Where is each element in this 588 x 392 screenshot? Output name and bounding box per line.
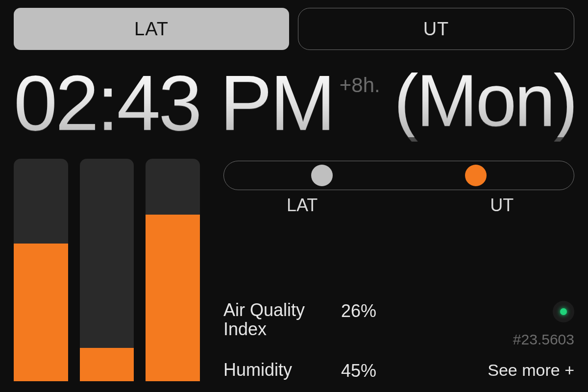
- clock-time: 02:43 PM: [14, 64, 334, 142]
- bar-2-fill: [80, 348, 134, 381]
- reference-code: #23.5603: [513, 331, 574, 348]
- lower-panel: LAT UT Air Quality Index 26% #23.5603: [14, 159, 574, 381]
- aqi-label: Air Quality Index: [223, 301, 336, 339]
- metrics: Air Quality Index 26% #23.5603 Humidity …: [223, 288, 574, 381]
- slider-knob-lat[interactable]: [311, 165, 333, 186]
- timezone-tabs: LAT UT: [14, 8, 574, 50]
- bar-3: [146, 159, 200, 381]
- humidity-label: Humidity: [223, 361, 336, 380]
- slider-knob-ut[interactable]: [465, 165, 487, 186]
- tab-lat[interactable]: LAT: [14, 8, 289, 50]
- clock-row: 02:43 PM +8h. (Mon): [14, 64, 574, 142]
- humidity-value: 45%: [341, 361, 415, 381]
- metric-humidity: Humidity 45% See more +: [223, 361, 574, 381]
- aqi-value: 26%: [341, 301, 415, 321]
- right-panel: LAT UT Air Quality Index 26% #23.5603: [223, 159, 574, 381]
- clock-day: (Mon): [394, 64, 576, 137]
- slider-label-lat: LAT: [223, 195, 399, 216]
- slider-track[interactable]: [223, 161, 574, 190]
- clock-dashboard: LAT UT 02:43 PM +8h. (Mon) LAT UT: [0, 0, 588, 392]
- slider-labels: LAT UT: [223, 195, 574, 216]
- bar-1-fill: [14, 244, 68, 381]
- timezone-slider: LAT UT: [223, 159, 574, 216]
- metric-aqi: Air Quality Index 26% #23.5603: [223, 301, 574, 348]
- status-dot-icon: [560, 308, 567, 315]
- clock-offset: +8h.: [340, 74, 380, 97]
- slider-label-ut: UT: [399, 195, 574, 216]
- see-more-button[interactable]: See more +: [488, 361, 574, 380]
- status-indicator: [553, 301, 574, 322]
- bar-3-fill: [146, 215, 200, 382]
- bar-chart: [14, 159, 200, 381]
- bar-2: [80, 159, 134, 381]
- tab-ut[interactable]: UT: [298, 8, 574, 50]
- bar-1: [14, 159, 68, 381]
